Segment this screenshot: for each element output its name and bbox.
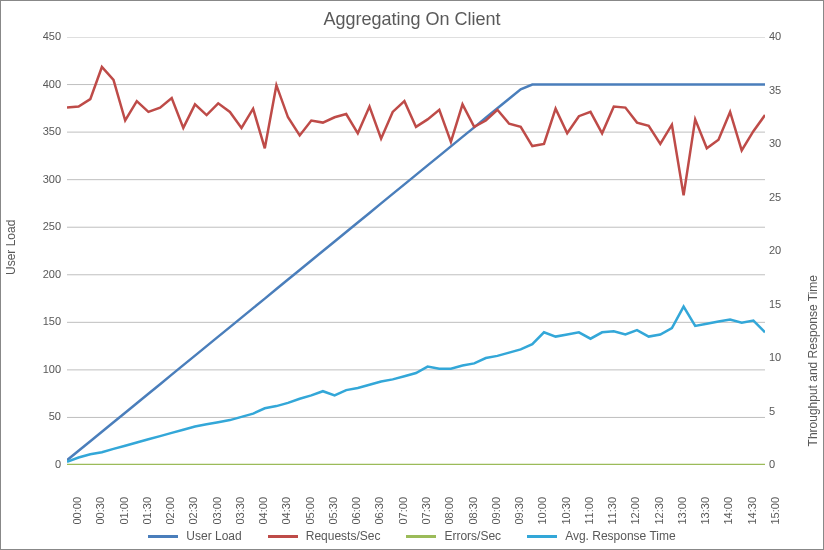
legend-item-requests-sec: Requests/Sec bbox=[268, 529, 381, 543]
x-tick-label: 06:00 bbox=[350, 497, 362, 525]
chart-container: Aggregating On Client User Load Throughp… bbox=[0, 0, 824, 550]
x-tick-label: 13:30 bbox=[699, 497, 711, 525]
y2-tick-label: 40 bbox=[769, 30, 801, 42]
x-tick-label: 12:30 bbox=[653, 497, 665, 525]
legend-swatch bbox=[406, 535, 436, 538]
y2-tick-label: 0 bbox=[769, 458, 801, 470]
y2-axis-label: Throughput and Response Time bbox=[806, 275, 820, 446]
y1-tick-label: 450 bbox=[29, 30, 61, 42]
x-tick-label: 09:30 bbox=[513, 497, 525, 525]
legend-label: Errors/Sec bbox=[444, 529, 501, 543]
y2-tick-label: 10 bbox=[769, 351, 801, 363]
legend-swatch bbox=[527, 535, 557, 538]
chart-title: Aggregating On Client bbox=[1, 9, 823, 30]
legend-label: User Load bbox=[186, 529, 241, 543]
legend-swatch bbox=[268, 535, 298, 538]
y1-tick-label: 50 bbox=[29, 410, 61, 422]
y1-tick-label: 300 bbox=[29, 173, 61, 185]
x-tick-label: 08:00 bbox=[443, 497, 455, 525]
legend-swatch bbox=[148, 535, 178, 538]
x-tick-label: 00:00 bbox=[71, 497, 83, 525]
x-tick-label: 01:30 bbox=[141, 497, 153, 525]
y1-axis-label: User Load bbox=[4, 220, 18, 275]
y1-tick-label: 0 bbox=[29, 458, 61, 470]
y2-tick-label: 5 bbox=[769, 405, 801, 417]
x-tick-label: 01:00 bbox=[118, 497, 130, 525]
y2-tick-label: 15 bbox=[769, 298, 801, 310]
y1-tick-label: 250 bbox=[29, 220, 61, 232]
y1-tick-label: 150 bbox=[29, 315, 61, 327]
x-tick-label: 04:30 bbox=[280, 497, 292, 525]
x-tick-label: 10:00 bbox=[536, 497, 548, 525]
x-tick-label: 04:00 bbox=[257, 497, 269, 525]
x-tick-label: 09:00 bbox=[490, 497, 502, 525]
x-tick-label: 00:30 bbox=[94, 497, 106, 525]
y2-tick-label: 20 bbox=[769, 244, 801, 256]
x-tick-label: 11:00 bbox=[583, 497, 595, 525]
x-tick-label: 08:30 bbox=[467, 497, 479, 525]
y1-tick-label: 400 bbox=[29, 78, 61, 90]
x-tick-label: 15:00 bbox=[769, 497, 781, 525]
x-tick-label: 07:00 bbox=[397, 497, 409, 525]
plot-area bbox=[67, 37, 765, 465]
x-tick-label: 02:30 bbox=[187, 497, 199, 525]
legend-item-user-load: User Load bbox=[148, 529, 241, 543]
x-tick-label: 05:00 bbox=[304, 497, 316, 525]
x-tick-label: 14:30 bbox=[746, 497, 758, 525]
x-tick-label: 02:00 bbox=[164, 497, 176, 525]
x-tick-label: 13:00 bbox=[676, 497, 688, 525]
legend-item-avg-response-time: Avg. Response Time bbox=[527, 529, 676, 543]
x-tick-label: 03:30 bbox=[234, 497, 246, 525]
legend-label: Avg. Response Time bbox=[565, 529, 676, 543]
x-tick-label: 05:30 bbox=[327, 497, 339, 525]
y1-tick-label: 350 bbox=[29, 125, 61, 137]
y2-tick-label: 30 bbox=[769, 137, 801, 149]
x-tick-label: 14:00 bbox=[722, 497, 734, 525]
legend-label: Requests/Sec bbox=[306, 529, 381, 543]
x-tick-label: 10:30 bbox=[560, 497, 572, 525]
legend-item-errors-sec: Errors/Sec bbox=[406, 529, 501, 543]
x-ticks: 00:0000:3001:0001:3002:0002:3003:0003:30… bbox=[67, 465, 765, 509]
legend: User Load Requests/Sec Errors/Sec Avg. R… bbox=[1, 529, 823, 543]
x-tick-label: 03:00 bbox=[211, 497, 223, 525]
y1-tick-label: 100 bbox=[29, 363, 61, 375]
y2-tick-label: 35 bbox=[769, 84, 801, 96]
x-tick-label: 11:30 bbox=[606, 497, 618, 525]
x-tick-label: 07:30 bbox=[420, 497, 432, 525]
y1-tick-label: 200 bbox=[29, 268, 61, 280]
x-tick-label: 12:00 bbox=[629, 497, 641, 525]
x-tick-label: 06:30 bbox=[373, 497, 385, 525]
y2-tick-label: 25 bbox=[769, 191, 801, 203]
